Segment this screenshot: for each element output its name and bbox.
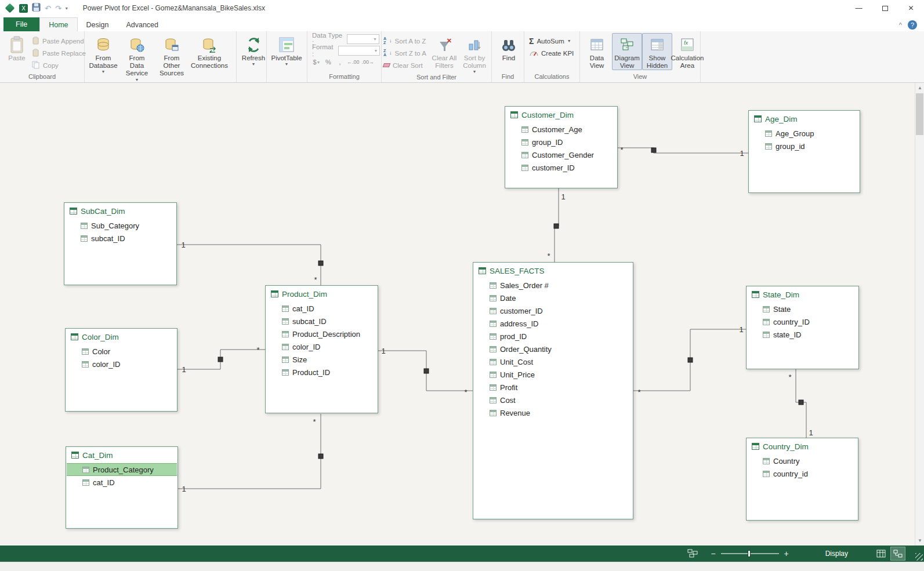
paste-replace-button[interactable]: Paste Replace <box>32 48 86 58</box>
format-dropdown[interactable]: ▼ <box>338 46 380 56</box>
entity-subcat-dim[interactable]: SubCat_DimSub_Categorysubcat_ID <box>64 202 177 285</box>
zoom-slider-thumb[interactable] <box>748 550 751 557</box>
entity-age-dim[interactable]: Age_DimAge_Groupgroup_id <box>748 110 860 193</box>
field-country-id[interactable]: country_id <box>747 467 857 480</box>
tab-design[interactable]: Design <box>78 18 118 31</box>
entity-title[interactable]: Cat_Dim <box>66 447 177 463</box>
field-country-id[interactable]: country_ID <box>747 315 858 328</box>
redo-button[interactable]: ↷ <box>55 5 61 12</box>
entity-country-dim[interactable]: Country_DimCountrycountry_id <box>746 438 858 521</box>
fit-to-window-button[interactable] <box>687 549 698 558</box>
help-button[interactable]: ? <box>908 20 917 30</box>
decrease-decimals-button[interactable]: .00→ <box>362 57 375 67</box>
entity-title[interactable]: Country_Dim <box>747 438 858 454</box>
status-diagram-view-button[interactable] <box>890 547 905 561</box>
tab-file[interactable]: File <box>3 17 39 31</box>
relationship-line[interactable] <box>618 148 748 153</box>
comma-format-button[interactable]: , <box>335 57 345 67</box>
field-date[interactable]: Date <box>474 292 632 304</box>
from-data-service-button[interactable]: From Data Service ▼ <box>120 33 154 82</box>
field-customer-id[interactable]: customer_ID <box>506 161 617 174</box>
entity-customer-dim[interactable]: Customer_DimCustomer_Agegroup_IDCustomer… <box>505 106 618 188</box>
field-color-id[interactable]: color_ID <box>266 340 377 353</box>
currency-format-button[interactable]: $▼ <box>312 57 321 67</box>
relationship-line[interactable] <box>178 414 321 489</box>
tab-home[interactable]: Home <box>39 17 77 31</box>
from-other-sources-button[interactable]: From Other Sources <box>154 33 190 78</box>
paste-button[interactable]: Paste <box>2 33 32 62</box>
field-sales-order[interactable]: Sales_Order # <box>474 279 632 292</box>
entity-state-dim[interactable]: State_DimStatecountry_IDstate_ID <box>746 286 859 369</box>
field-country[interactable]: Country <box>747 454 857 467</box>
field-product-category[interactable]: Product_Category <box>67 463 177 476</box>
field-cost[interactable]: Cost <box>474 394 632 406</box>
sort-z-to-a-button[interactable]: ZA↓ Sort Z to A <box>383 48 429 58</box>
entity-title[interactable]: Age_Dim <box>749 111 860 127</box>
from-database-button[interactable]: From Database ▼ <box>86 33 120 74</box>
entity-title[interactable]: Color_Dim <box>66 329 177 345</box>
field-profit[interactable]: Profit <box>474 381 632 394</box>
entity-cat-dim[interactable]: Cat_DimProduct_Categorycat_ID <box>66 446 178 529</box>
relationship-connector[interactable] <box>554 224 559 228</box>
sort-by-column-button[interactable]: Sort by Column ▼ <box>459 33 490 74</box>
percent-format-button[interactable]: % <box>324 57 333 67</box>
field-state[interactable]: State <box>747 303 858 315</box>
diagram-canvas[interactable]: *11*1*1*1*1**1*1 ▲ ▼ Customer_DimCustome… <box>0 83 924 545</box>
relationship-connector[interactable] <box>318 454 323 459</box>
data-type-dropdown[interactable]: ▼ <box>347 34 379 44</box>
autosum-button[interactable]: Σ AutoSum ▼ <box>529 36 574 46</box>
relationship-connector[interactable] <box>651 148 656 152</box>
pivottable-button[interactable]: PivotTable ▼ <box>269 33 305 66</box>
scroll-up-arrow[interactable]: ▲ <box>915 83 924 93</box>
field-customer-age[interactable]: Customer_Age <box>506 123 617 136</box>
find-button[interactable]: Find <box>494 33 524 62</box>
scroll-down-arrow[interactable]: ▼ <box>915 536 924 545</box>
field-group-id[interactable]: group_ID <box>506 136 617 148</box>
entity-color-dim[interactable]: Color_DimColorcolor_ID <box>65 328 177 412</box>
entity-title[interactable]: State_Dim <box>747 286 858 303</box>
field-age-group[interactable]: Age_Group <box>749 127 859 140</box>
increase-decimals-button[interactable]: ←.00 <box>347 57 360 67</box>
field-unit-cost[interactable]: Unit_Cost <box>474 355 632 368</box>
tab-advanced[interactable]: Advanced <box>117 18 167 31</box>
field-prod-id[interactable]: prod_ID <box>474 330 632 343</box>
close-button[interactable]: ✕ <box>898 0 924 16</box>
entity-title[interactable]: SubCat_Dim <box>64 203 176 219</box>
entity-sales-facts[interactable]: SALES_FACTSSales_Order #Datecustomer_IDa… <box>473 262 633 519</box>
zoom-in-button[interactable]: + <box>781 549 792 558</box>
zoom-out-button[interactable]: − <box>708 549 719 558</box>
copy-button[interactable]: Copy <box>32 60 86 70</box>
maximize-button[interactable] <box>872 0 898 16</box>
field-cat-id[interactable]: cat_ID <box>266 302 377 315</box>
relationship-connector[interactable] <box>424 369 429 373</box>
field-color[interactable]: Color <box>66 345 176 358</box>
field-revenue[interactable]: Revenue <box>474 406 632 419</box>
field-product-description[interactable]: Product_Description <box>266 328 377 340</box>
zoom-slider[interactable] <box>721 545 779 562</box>
undo-button[interactable]: ↶ <box>45 5 51 12</box>
field-group-id[interactable]: group_id <box>749 140 859 152</box>
create-kpi-button[interactable]: Create KPI <box>529 48 574 58</box>
field-size[interactable]: Size <box>266 353 377 366</box>
field-product-id[interactable]: Product_ID <box>266 366 377 379</box>
relationship-connector[interactable] <box>799 400 803 405</box>
minimize-button[interactable]: — <box>846 0 872 16</box>
qat-customize-button[interactable]: ▾ <box>66 6 68 11</box>
field-customer-id[interactable]: customer_ID <box>474 304 632 317</box>
refresh-button[interactable]: Refresh ▼ <box>238 33 269 66</box>
clear-all-filters-button[interactable]: ✕ Clear All Filters <box>429 33 459 70</box>
excel-icon[interactable]: X <box>19 4 28 13</box>
entity-title[interactable]: SALES_FACTS <box>473 263 633 279</box>
field-sub-category[interactable]: Sub_Category <box>65 219 176 232</box>
field-unit-price[interactable]: Unit_Price <box>474 368 632 381</box>
existing-connections-button[interactable]: Existing Connections <box>190 33 229 70</box>
entity-title[interactable]: Customer_Dim <box>505 107 617 123</box>
status-data-view-button[interactable] <box>874 547 889 561</box>
scrollbar-thumb[interactable] <box>916 93 923 135</box>
diagram-view-button[interactable]: Diagram View <box>612 33 642 70</box>
entity-title[interactable]: Product_Dim <box>266 286 378 302</box>
field-address-id[interactable]: address_ID <box>474 317 632 330</box>
field-subcat-id[interactable]: subcat_ID <box>65 232 176 245</box>
relationship-connector[interactable] <box>688 358 693 362</box>
field-color-id[interactable]: color_ID <box>66 358 176 370</box>
